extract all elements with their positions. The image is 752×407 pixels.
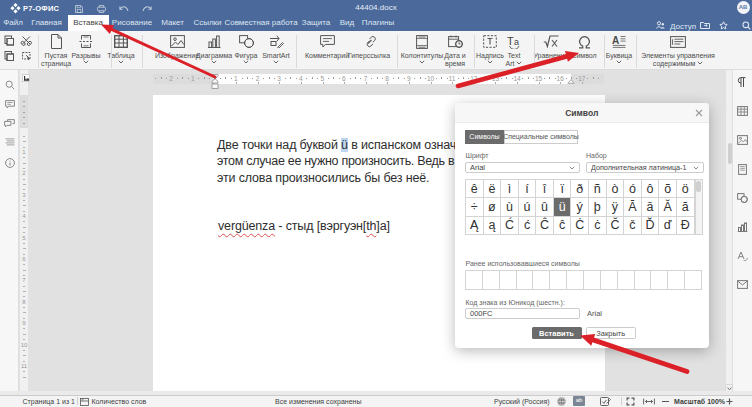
svg-text:A: A: [612, 35, 619, 46]
